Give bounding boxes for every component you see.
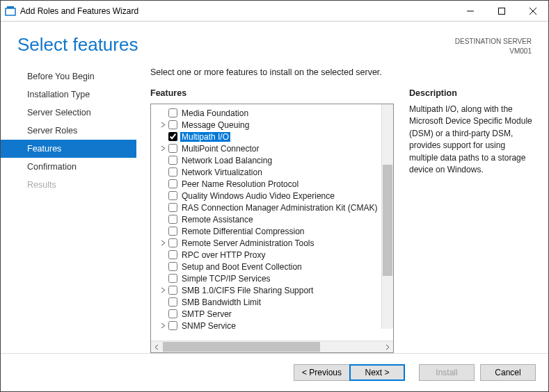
previous-button[interactable]: < Previous [294, 364, 349, 381]
feature-checkbox[interactable] [168, 179, 177, 188]
feature-row[interactable]: Setup and Boot Event Collection [151, 261, 393, 272]
feature-checkbox[interactable] [168, 286, 177, 295]
feature-row[interactable]: Media Foundation [151, 107, 393, 119]
svg-rect-3 [498, 8, 504, 14]
horizontal-scrollbar-track[interactable] [163, 341, 381, 352]
expand-arrow-icon[interactable] [159, 145, 167, 152]
feature-row[interactable]: Remote Server Administration Tools [151, 237, 393, 249]
feature-label[interactable]: RAS Connection Manager Administration Ki… [180, 203, 379, 213]
nav-item-server-selection[interactable]: Server Selection [1, 104, 136, 122]
nav-item-results: Results [1, 176, 136, 194]
feature-label[interactable]: MultiPoint Connector [180, 144, 260, 154]
feature-label[interactable]: SMTP Server [180, 309, 233, 319]
feature-label[interactable]: RPC over HTTP Proxy [180, 250, 266, 260]
vertical-scrollbar-thumb[interactable] [383, 165, 392, 276]
feature-label[interactable]: SMB Bandwidth Limit [180, 297, 262, 307]
feature-label[interactable]: Network Virtualization [180, 168, 264, 177]
features-heading: Features [150, 88, 394, 98]
feature-row[interactable]: RPC over HTTP Proxy [151, 249, 393, 261]
nav-item-server-roles[interactable]: Server Roles [1, 122, 136, 140]
nav-button-group: < Previous Next > [294, 364, 405, 381]
feature-row[interactable]: Remote Differential Compression [151, 225, 393, 237]
close-button[interactable] [517, 1, 548, 21]
cancel-button[interactable]: Cancel [480, 364, 536, 381]
feature-checkbox[interactable] [168, 297, 177, 307]
vertical-scrollbar[interactable] [381, 104, 393, 329]
feature-label[interactable]: Remote Differential Compression [180, 227, 306, 236]
feature-checkbox[interactable] [168, 238, 177, 247]
feature-row[interactable]: SMB 1.0/CIFS File Sharing Support [151, 284, 393, 296]
feature-checkbox[interactable] [168, 309, 177, 318]
feature-checkbox[interactable] [168, 262, 177, 271]
footer: < Previous Next > Install Cancel [1, 353, 548, 391]
feature-checkbox[interactable] [168, 274, 177, 283]
description-column: Description Multipath I/O, along with th… [409, 88, 534, 353]
feature-checkbox[interactable] [168, 203, 177, 212]
feature-label[interactable]: Remote Assistance [180, 215, 255, 224]
wizard-window: Add Roles and Features Wizard Select fea… [0, 0, 549, 392]
svg-rect-0 [6, 8, 15, 15]
expand-arrow-icon[interactable] [159, 239, 167, 247]
minimize-button[interactable] [454, 1, 486, 21]
features-tree-scroll[interactable]: Media FoundationMessage QueuingMultipath… [151, 104, 393, 341]
feature-checkbox[interactable] [168, 132, 177, 141]
feature-checkbox[interactable] [168, 250, 177, 259]
feature-checkbox[interactable] [168, 108, 177, 117]
feature-label[interactable]: Media Foundation [180, 108, 250, 118]
nav-item-confirmation[interactable]: Confirmation [1, 158, 136, 176]
description-text: Multipath I/O, along with the Microsoft … [409, 104, 534, 176]
body: Before You BeginInstallation TypeServer … [1, 62, 548, 353]
scroll-right-icon[interactable] [381, 341, 393, 353]
header: Select features DESTINATION SERVER VM001 [1, 22, 548, 62]
maximize-button[interactable] [486, 1, 517, 21]
feature-row[interactable]: RAS Connection Manager Administration Ki… [151, 202, 393, 213]
window-title: Add Roles and Features Wizard [20, 6, 454, 16]
feature-row[interactable]: SMTP Server [151, 308, 393, 320]
feature-row[interactable]: Message Queuing [151, 119, 393, 131]
feature-checkbox[interactable] [168, 144, 177, 153]
feature-row[interactable]: SMB Bandwidth Limit [151, 296, 393, 308]
feature-row[interactable]: Network Virtualization [151, 166, 393, 178]
feature-label[interactable]: Multipath I/O [180, 132, 230, 142]
feature-row[interactable]: Multipath I/O [151, 131, 393, 142]
features-column: Features Media FoundationMessage Queuing… [150, 88, 394, 353]
feature-checkbox[interactable] [168, 156, 177, 165]
feature-label[interactable]: Network Load Balancing [180, 156, 273, 165]
feature-checkbox[interactable] [168, 227, 177, 236]
feature-label[interactable]: SMB 1.0/CIFS File Sharing Support [180, 286, 315, 295]
expand-arrow-icon[interactable] [159, 121, 167, 129]
feature-label[interactable]: SNMP Service [180, 321, 237, 331]
features-tree[interactable]: Media FoundationMessage QueuingMultipath… [150, 104, 394, 353]
horizontal-scrollbar-thumb[interactable] [163, 342, 320, 352]
feature-label[interactable]: Remote Server Administration Tools [180, 238, 316, 248]
nav-item-installation-type[interactable]: Installation Type [1, 85, 136, 104]
feature-row[interactable]: Remote Assistance [151, 213, 393, 225]
feature-checkbox[interactable] [168, 191, 177, 200]
svg-rect-1 [7, 6, 14, 8]
feature-checkbox[interactable] [168, 215, 177, 224]
feature-label[interactable]: Peer Name Resolution Protocol [180, 179, 300, 189]
nav-item-features[interactable]: Features [1, 140, 136, 158]
feature-checkbox[interactable] [168, 321, 177, 330]
destination-server: DESTINATION SERVER VM001 [455, 34, 532, 56]
expand-arrow-icon[interactable] [159, 286, 167, 294]
horizontal-scrollbar[interactable] [151, 341, 393, 352]
feature-row[interactable]: MultiPoint Connector [151, 142, 393, 154]
feature-row[interactable]: Network Load Balancing [151, 154, 393, 166]
scroll-left-icon[interactable] [151, 341, 163, 353]
feature-checkbox[interactable] [168, 120, 177, 129]
nav-item-before-you-begin[interactable]: Before You Begin [1, 67, 136, 85]
feature-label[interactable]: Simple TCP/IP Services [180, 274, 272, 284]
next-button[interactable]: Next > [349, 364, 405, 381]
feature-label[interactable]: Message Queuing [180, 120, 250, 130]
feature-row[interactable]: Simple TCP/IP Services [151, 272, 393, 284]
feature-row[interactable]: Peer Name Resolution Protocol [151, 178, 393, 190]
feature-row[interactable]: SNMP Service [151, 320, 393, 332]
install-button[interactable]: Install [419, 364, 475, 381]
feature-label[interactable]: Setup and Boot Event Collection [180, 262, 303, 272]
feature-row[interactable]: Quality Windows Audio Video Experience [151, 190, 393, 202]
app-icon [5, 6, 16, 17]
feature-label[interactable]: Quality Windows Audio Video Experience [180, 191, 336, 201]
expand-arrow-icon[interactable] [159, 322, 167, 329]
feature-checkbox[interactable] [168, 168, 177, 177]
